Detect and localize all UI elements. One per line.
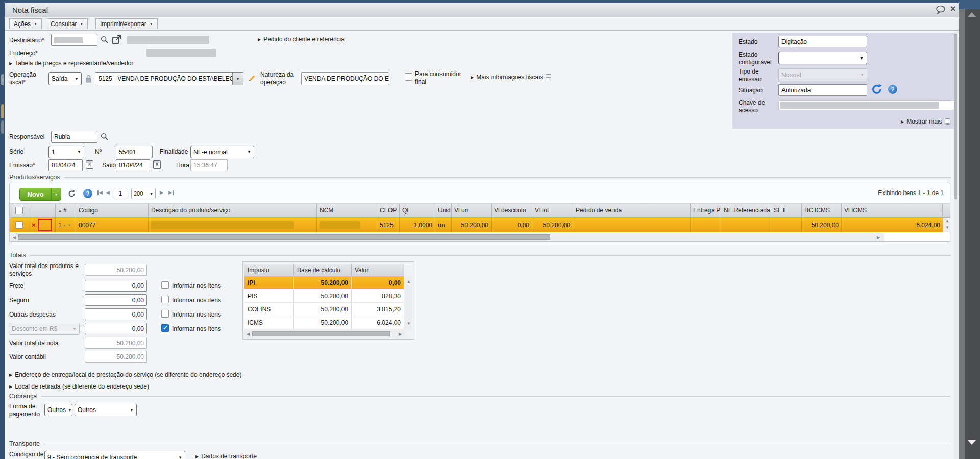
header-vldesconto[interactable]: Vl desconto [492, 204, 532, 218]
emissao-input[interactable]: 01/04/24 [48, 159, 83, 171]
next-page-icon[interactable]: ▶ [160, 190, 163, 195]
header-ncm[interactable]: NCM [317, 204, 377, 218]
outer-scroll-up-icon[interactable] [968, 12, 976, 17]
responsavel-input[interactable]: Rubia [51, 131, 97, 143]
row-select-cell[interactable] [10, 218, 29, 232]
imposto-row-icms[interactable]: ICMS 50.200,00 6.024,00 [244, 316, 404, 329]
consumidor-final-checkbox[interactable] [405, 73, 412, 81]
imposto-row-ipi[interactable]: IPI 50.200,00 0,00 [244, 276, 404, 289]
hscroll-thumb[interactable] [18, 234, 550, 240]
scroll-down-icon[interactable]: ▼ [945, 225, 949, 230]
scroll-left-icon[interactable]: ◀ [13, 235, 16, 240]
frame-tab-dark[interactable] [1, 120, 4, 134]
tabela-precos-link[interactable]: ▶ Tabela de preços e representante/vende… [9, 60, 133, 67]
header-select-all[interactable] [10, 204, 29, 218]
help-grid-icon[interactable]: ? [82, 188, 93, 199]
estado-configuravel-select[interactable]: ▼ [778, 52, 867, 64]
scroll-left-icon[interactable]: ◀ [247, 332, 250, 336]
refresh-icon[interactable] [871, 83, 883, 98]
seguro-informar-checkbox[interactable] [161, 296, 169, 303]
grid-vscrollbar[interactable]: ▲ ▼ [943, 218, 950, 232]
header-pedido-venda[interactable]: Pedido de venda [573, 204, 691, 218]
forma-pagamento-select1[interactable]: Outros▼ [44, 404, 72, 416]
header-entrega-pv[interactable]: Entrega PV [691, 204, 721, 218]
hscroll-thumb[interactable] [252, 331, 390, 336]
header-descricao[interactable]: Descrição do produto/serviço [149, 204, 317, 218]
header-vltot[interactable]: Vl tot [532, 204, 573, 218]
grid-hscrollbar[interactable]: ◀ ▶ [10, 233, 884, 241]
page-size-select[interactable]: 200▼ [131, 188, 156, 199]
frame-tab-tan[interactable] [1, 104, 4, 118]
document-icon[interactable] [546, 74, 551, 80]
scroll-up-icon[interactable]: ▲ [945, 219, 949, 223]
estado-input[interactable]: Digitação [778, 36, 867, 47]
header-set[interactable]: SET [771, 204, 802, 218]
menu-imprimir[interactable]: Imprimir/exportar▼ [95, 18, 158, 29]
scroll-down-icon[interactable]: ▼ [407, 321, 411, 326]
last-page-icon[interactable]: ▶ [168, 190, 174, 195]
combo-dropdown-button[interactable]: ▼ [232, 73, 243, 85]
saida-input[interactable]: 01/04/24 [116, 159, 150, 171]
open-record-icon[interactable] [112, 35, 121, 46]
header-cfop[interactable]: CFOP [377, 204, 400, 218]
header-vlun[interactable]: Vl un [452, 204, 492, 218]
outer-scrollbar-thumb[interactable] [959, 9, 965, 459]
menu-consultar[interactable]: Consultar▼ [46, 18, 88, 29]
select-all-checkbox[interactable] [15, 207, 23, 214]
menu-acoes[interactable]: Ações▼ [9, 18, 42, 29]
first-page-icon[interactable]: ◀ [97, 190, 103, 195]
delete-row-icon[interactable]: × [32, 222, 36, 228]
scroll-right-icon[interactable]: ▶ [877, 235, 880, 240]
header-unid[interactable]: Unid [435, 204, 452, 218]
calendar-icon[interactable] [86, 160, 93, 169]
header-imposto[interactable]: Imposto [244, 264, 294, 276]
chat-bubble-icon[interactable] [935, 5, 946, 17]
outras-despesas-input[interactable]: 0,00 [85, 308, 147, 320]
situacao-input[interactable]: Autorizada [778, 84, 867, 96]
row-checkbox[interactable] [15, 221, 23, 229]
forma-pagamento-select2[interactable]: Outros▼ [75, 404, 137, 416]
header-qt[interactable]: Qt [400, 204, 435, 218]
impostos-hscrollbar[interactable]: ◀ ▶ [244, 330, 405, 338]
header-num[interactable]: ▲# [56, 204, 76, 218]
header-valor[interactable]: Valor [352, 264, 404, 276]
vscroll-thumb[interactable] [954, 34, 957, 199]
header-codigo[interactable]: Código [76, 204, 149, 218]
destinatario-input[interactable] [51, 34, 97, 46]
header-vl-icms[interactable]: Vl ICMS [842, 204, 943, 218]
search-icon[interactable] [101, 133, 109, 143]
mostrar-mais-link[interactable]: ▶ Mostrar mais [901, 118, 950, 125]
pedido-cliente-link[interactable]: ▶ Pedido do cliente e referência [258, 36, 345, 43]
table-row[interactable]: × 1 ▲ ▼ 00077 5125 1,0000 un 50.200,00 0… [10, 218, 943, 232]
seguro-input[interactable]: 0,00 [85, 294, 147, 306]
mais-info-link[interactable]: ▶ Mais informações fiscais [471, 74, 551, 81]
scroll-right-icon[interactable]: ▶ [399, 332, 402, 336]
condicao-frete-select[interactable]: 9 - Sem ocorrência de transporte▼ [44, 451, 185, 459]
operacao-tipo-select[interactable]: Saída▼ [48, 72, 82, 85]
serie-select[interactable]: 1▼ [48, 146, 84, 158]
scroll-up-icon[interactable]: ▲ [407, 279, 411, 284]
dados-transporte-link[interactable]: ▶ Dados de transporte [195, 453, 257, 459]
frete-input[interactable]: 0,00 [85, 280, 147, 292]
imposto-row-pis[interactable]: PIS 50.200,00 828,30 [244, 289, 404, 303]
impostos-vscrollbar[interactable]: ▲ ▼ [405, 276, 412, 329]
document-icon[interactable] [945, 118, 950, 125]
edit-pencil-icon[interactable] [247, 74, 256, 85]
help-icon[interactable]: ? [888, 85, 897, 94]
move-up-icon[interactable]: ▲ [63, 224, 66, 227]
novo-button[interactable]: Novo ▼ [19, 188, 61, 201]
page-number-box[interactable]: 1 [114, 188, 127, 199]
finalidade-select[interactable]: NF-e normal▼ [190, 146, 254, 158]
dialog-vscrollbar[interactable] [954, 31, 958, 459]
natureza-input[interactable]: VENDA DE PRODUÇÃO DO ESTABEL [301, 72, 389, 85]
outer-scroll-down-icon[interactable] [968, 440, 976, 445]
move-down-icon[interactable]: ▼ [68, 224, 71, 227]
endereco-entrega-link[interactable]: ▶ Endereço de entrega/local de prestação… [9, 371, 241, 378]
calendar-icon[interactable] [153, 160, 161, 169]
imposto-row-cofins[interactable]: COFINS 50.200,00 3.815,20 [244, 303, 404, 316]
refresh-grid-icon[interactable] [66, 188, 77, 199]
close-icon[interactable]: × [950, 4, 956, 14]
desconto-input[interactable]: 0,00 [85, 323, 147, 334]
local-retirada-link[interactable]: ▶ Local de retirada (se diferente do end… [9, 383, 149, 390]
desconto-informar-checkbox[interactable] [161, 324, 169, 332]
